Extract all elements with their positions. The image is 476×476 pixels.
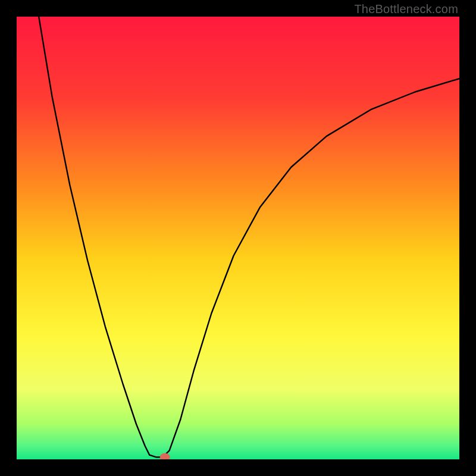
watermark-text: TheBottleneck.com xyxy=(354,2,458,16)
chart-frame xyxy=(17,17,459,459)
chart-background xyxy=(17,17,459,459)
bottleneck-chart xyxy=(17,17,459,459)
